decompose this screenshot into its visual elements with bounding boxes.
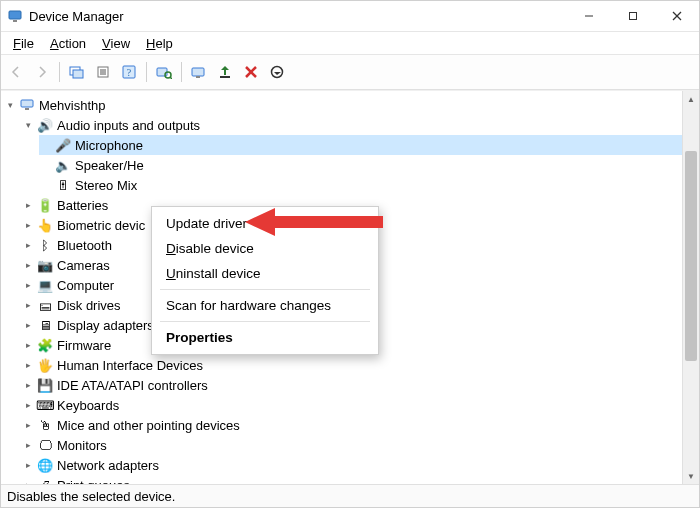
menu-help[interactable]: Help [138, 34, 181, 53]
category-audio[interactable]: 🔊 Audio inputs and outputs [21, 115, 682, 135]
expand-icon[interactable] [21, 378, 35, 392]
device-manager-window: Device Manager File Action View Help [0, 0, 700, 508]
tree-root[interactable]: Mehvishthp [3, 95, 682, 115]
scroll-thumb[interactable] [685, 151, 697, 361]
svg-line-16 [170, 77, 172, 79]
context-properties[interactable]: Properties [152, 325, 378, 350]
category-icon: 🖱 [37, 417, 53, 433]
category-icon: ⌨ [37, 397, 53, 413]
toolbar-forward-button[interactable] [31, 61, 53, 83]
expand-icon[interactable] [21, 418, 35, 432]
svg-rect-1 [13, 20, 17, 22]
toolbar-update-driver-button[interactable] [188, 61, 210, 83]
expand-icon[interactable] [21, 238, 35, 252]
vertical-scrollbar[interactable]: ▲ ▼ [682, 91, 699, 484]
expand-icon[interactable] [21, 458, 35, 472]
menu-view[interactable]: View [94, 34, 138, 53]
category-icon: 🖨 [37, 477, 53, 484]
category-label: Firmware [57, 338, 111, 353]
toolbar-properties-button[interactable] [92, 61, 114, 83]
toolbar-separator [59, 62, 60, 82]
menu-action-rest: ction [59, 36, 86, 51]
toolbar-scan-button[interactable] [153, 61, 175, 83]
context-uninstall-device[interactable]: Uninstall device [152, 261, 378, 286]
category-label: Biometric devic [57, 218, 145, 233]
expand-icon[interactable] [21, 278, 35, 292]
toolbar-show-hidden-button[interactable] [66, 61, 88, 83]
context-uninstall-rest: ninstall device [176, 266, 261, 281]
category-icon: 🖵 [37, 437, 53, 453]
context-disable-device[interactable]: Disable device [152, 236, 378, 261]
category-network-adapters[interactable]: 🌐Network adapters [21, 455, 682, 475]
expand-icon[interactable] [21, 318, 35, 332]
menu-file[interactable]: File [5, 34, 42, 53]
toolbar-disable-button[interactable] [266, 61, 288, 83]
expand-icon[interactable] [21, 118, 35, 132]
expand-icon[interactable] [21, 438, 35, 452]
category-icon: 🖴 [37, 297, 53, 313]
computer-icon [19, 97, 35, 113]
context-update-driver[interactable]: Update driver [152, 211, 378, 236]
category-label: Keyboards [57, 398, 119, 413]
toolbar-uninstall-button[interactable] [240, 61, 262, 83]
category-label: Cameras [57, 258, 110, 273]
svg-rect-24 [25, 108, 29, 110]
device-label: Speaker/He [75, 158, 144, 173]
category-label: IDE ATA/ATAPI controllers [57, 378, 208, 393]
window-title: Device Manager [29, 9, 124, 24]
category-label: Display adapters [57, 318, 154, 333]
svg-rect-0 [9, 11, 21, 19]
device-microphone[interactable]: 🎤Microphone [39, 135, 682, 155]
device-icon: 🔈 [55, 157, 71, 173]
category-icon: 📷 [37, 257, 53, 273]
category-label: Computer [57, 278, 114, 293]
category-label: Print queues [57, 478, 130, 485]
scroll-up-icon[interactable]: ▲ [683, 91, 699, 107]
category-label: Network adapters [57, 458, 159, 473]
svg-rect-19 [220, 76, 230, 78]
device-tree[interactable]: Mehvishthp 🔊 Audio inputs and outputs 🎤M… [1, 91, 682, 484]
svg-rect-17 [192, 68, 204, 76]
category-print-queues[interactable]: 🖨Print queues [21, 475, 682, 484]
scroll-down-icon[interactable]: ▼ [683, 468, 699, 484]
context-menu: Update driver Disable device Uninstall d… [151, 206, 379, 355]
category-icon: 👆 [37, 217, 53, 233]
menu-action[interactable]: Action [42, 34, 94, 53]
statusbar: Disables the selected device. [1, 484, 699, 507]
expand-icon[interactable] [21, 398, 35, 412]
category-icon: 🖥 [37, 317, 53, 333]
toolbar-help-button[interactable]: ? [118, 61, 140, 83]
toolbar-back-button[interactable] [5, 61, 27, 83]
device-icon: 🎚 [55, 177, 71, 193]
expand-icon[interactable] [21, 358, 35, 372]
expand-icon[interactable] [21, 198, 35, 212]
context-scan-hardware[interactable]: Scan for hardware changes [152, 293, 378, 318]
expand-icon[interactable] [21, 478, 35, 484]
category-mice-and-other-pointing-devices[interactable]: 🖱Mice and other pointing devices [21, 415, 682, 435]
expand-icon[interactable] [21, 338, 35, 352]
category-label: Disk drives [57, 298, 121, 313]
menu-file-rest: ile [21, 36, 34, 51]
category-ide-ata-atapi-controllers[interactable]: 💾IDE ATA/ATAPI controllers [21, 375, 682, 395]
expand-icon[interactable] [21, 218, 35, 232]
category-icon: ᛒ [37, 237, 53, 253]
svg-text:?: ? [127, 67, 132, 78]
toolbar-enable-button[interactable] [214, 61, 236, 83]
category-monitors[interactable]: 🖵Monitors [21, 435, 682, 455]
expand-icon[interactable] [21, 298, 35, 312]
category-label: Bluetooth [57, 238, 112, 253]
category-human-interface-devices[interactable]: 🖐Human Interface Devices [21, 355, 682, 375]
device-speaker-he[interactable]: 🔈Speaker/He [39, 155, 682, 175]
maximize-button[interactable] [611, 1, 655, 31]
menu-help-rest: elp [155, 36, 172, 51]
device-label: Stereo Mix [75, 178, 137, 193]
minimize-button[interactable] [567, 1, 611, 31]
expand-icon[interactable] [21, 258, 35, 272]
context-separator [160, 289, 370, 290]
device-stereo-mix[interactable]: 🎚Stereo Mix [39, 175, 682, 195]
close-button[interactable] [655, 1, 699, 31]
expand-icon[interactable] [3, 98, 17, 112]
category-icon: 💾 [37, 377, 53, 393]
category-keyboards[interactable]: ⌨Keyboards [21, 395, 682, 415]
statusbar-text: Disables the selected device. [7, 489, 175, 504]
